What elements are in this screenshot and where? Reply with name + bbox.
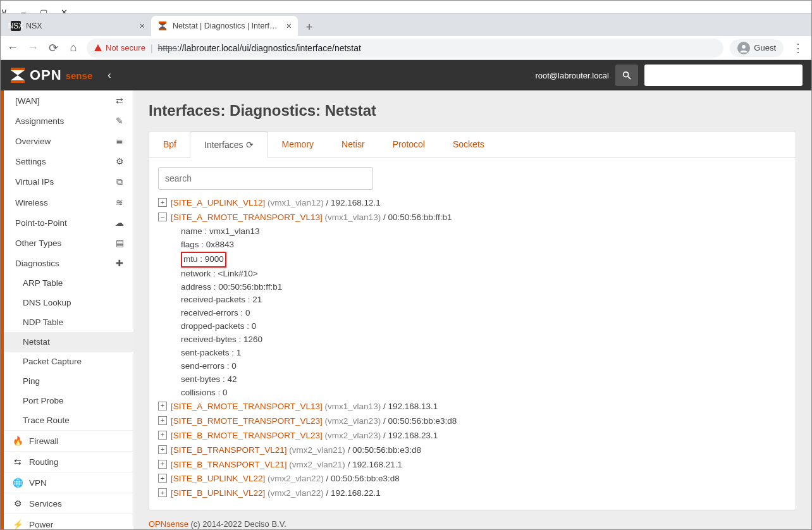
sidebar-subitem[interactable]: DNS Lookup	[4, 293, 133, 312]
sidebar-subitem[interactable]: Ping	[4, 371, 133, 391]
sidebar-collapse-button[interactable]: ‹	[108, 70, 111, 81]
interface-tree: +[SITE_A_UPLINK_VL12] (vmx1_vlan12) / 19…	[158, 196, 787, 501]
sidebar-item[interactable]: Settings⚙	[4, 151, 133, 171]
footer: OPNsense (c) 2014-2022 Deciso B.V.	[149, 510, 796, 529]
tree-kv: network : <Link#10>	[181, 268, 787, 281]
sidebar-item[interactable]: Overview≣	[4, 131, 133, 151]
close-icon[interactable]: ×	[140, 21, 145, 31]
url-bar[interactable]: Not secure | https://labrouter.local/ui/…	[87, 39, 723, 58]
opnsense-logo[interactable]: OPNsense	[9, 67, 92, 83]
reload-button[interactable]: ⟳	[46, 41, 60, 55]
panel-tab[interactable]: Netisr	[328, 132, 379, 157]
panel-tab[interactable]: Interfaces⟳	[190, 132, 268, 158]
tree-toggle-icon[interactable]: +	[158, 402, 167, 410]
tree-node[interactable]: +[SITE_A_RMOTE_TRANSPORT_VL13] (vmx1_vla…	[158, 400, 787, 414]
svg-point-2	[742, 45, 746, 49]
tree-node[interactable]: +[SITE_B_TRANSPORT_VL21] (vmx2_vlan21) /…	[158, 458, 787, 472]
nav-icon: ✎	[114, 116, 125, 126]
tree-toggle-icon[interactable]: +	[158, 431, 167, 440]
sidebar-section[interactable]: ⚡Power	[4, 514, 133, 529]
sidebar-section[interactable]: ⚙Services	[4, 493, 133, 514]
panel-tab[interactable]: Sockets	[439, 132, 498, 157]
tree-toggle-icon[interactable]: +	[158, 445, 167, 454]
tree-node[interactable]: +[SITE_A_UPLINK_VL12] (vmx1_vlan12) / 19…	[158, 196, 787, 211]
sidebar-section[interactable]: 🌐VPN	[4, 472, 133, 493]
browser-tab-nsx[interactable]: NSX NSX ×	[4, 16, 151, 36]
tree-toggle-icon[interactable]: +	[158, 416, 167, 425]
tree-node[interactable]: +[SITE_B_RMOTE_TRANSPORT_VL23] (vmx2_vla…	[158, 429, 787, 443]
tree-toggle-icon[interactable]: +	[158, 488, 167, 497]
tab-title: NSX	[26, 22, 135, 30]
favicon-nsx: NSX	[11, 21, 21, 31]
tree-node[interactable]: +[SITE_B_UPLINK_VL22] (vmx2_vlan22) / 19…	[158, 486, 787, 501]
nav-icon: ✚	[114, 258, 125, 268]
user-label[interactable]: root@labrouter.local	[535, 71, 609, 80]
sidebar-item[interactable]: Diagnostics✚	[4, 253, 133, 273]
forward-button: →	[26, 41, 40, 54]
panel-tab[interactable]: Bpf	[149, 132, 190, 157]
page-title: Interfaces: Diagnostics: Netstat	[149, 102, 796, 120]
tree-kv: address : 00:50:56:bb:ff:b1	[181, 281, 787, 294]
sidebar-subitem[interactable]: Netstat	[4, 332, 133, 352]
footer-brand-link[interactable]: OPNsense	[149, 519, 188, 529]
sidebar-item[interactable]: [WAN]⇄	[4, 90, 133, 111]
browser-tab-strip: NSX NSX × Netstat | Diagnostics | Interf…	[1, 13, 811, 36]
home-button[interactable]: ⌂	[66, 41, 80, 54]
avatar-icon	[737, 42, 750, 54]
tree-kv: sent-bytes : 42	[181, 373, 787, 386]
browser-tab-netstat[interactable]: Netstat | Diagnostics | Interfaces ×	[151, 16, 298, 36]
tree-node[interactable]: +[SITE_B_UPLINK_VL22] (vmx2_vlan22) / 00…	[158, 472, 787, 486]
nav-icon: ⇄	[114, 96, 125, 106]
not-secure-warning[interactable]: Not secure	[94, 43, 145, 52]
svg-rect-3	[11, 68, 25, 70]
sidebar-section[interactable]: 🔥Firewall	[4, 430, 133, 451]
sidebar-subitem[interactable]: Trace Route	[4, 410, 133, 430]
sidebar-subitem[interactable]: ARP Table	[4, 273, 133, 293]
sidebar-item[interactable]: Assignments✎	[4, 111, 133, 131]
close-icon[interactable]: ×	[286, 21, 292, 31]
tree-kv: collisions : 0	[181, 386, 787, 400]
tree-kv: dropped-packets : 0	[181, 320, 787, 333]
sidebar-subitem[interactable]: NDP Table	[4, 312, 133, 332]
nav-icon: ⧉	[114, 176, 125, 187]
sidebar-item[interactable]: Wireless≋	[4, 192, 133, 213]
main-content: Interfaces: Diagnostics: Netstat BpfInte…	[133, 90, 811, 529]
tree-toggle-icon[interactable]: –	[158, 213, 167, 221]
tree-kv: received-bytes : 1260	[181, 333, 787, 347]
tree-toggle-icon[interactable]: +	[158, 474, 167, 483]
sidebar-section[interactable]: ⇆Routing	[4, 451, 133, 472]
url-text: https://labrouter.local/ui/diagnostics/i…	[158, 43, 361, 53]
nav-icon: ▤	[114, 238, 125, 248]
refresh-icon[interactable]: ⟳	[246, 140, 254, 150]
highlighted-value: mtu : 9000	[181, 252, 226, 268]
favicon-opnsense	[157, 21, 168, 31]
sidebar-item[interactable]: Other Types▤	[4, 233, 133, 253]
tree-search-input[interactable]	[158, 167, 373, 190]
browser-menu-button[interactable]: ⋮	[790, 41, 806, 55]
tree-node[interactable]: +[SITE_B_RMOTE_TRANSPORT_VL23] (vmx2_vla…	[158, 414, 787, 429]
sidebar-subitem[interactable]: Packet Capture	[4, 352, 133, 371]
tree-toggle-icon[interactable]: +	[158, 460, 167, 469]
tree-node[interactable]: +[SITE_B_TRANSPORT_VL21] (vmx2_vlan21) /…	[158, 443, 787, 458]
sidebar-item[interactable]: Virtual IPs⧉	[4, 171, 133, 192]
tab-title: Netstat | Diagnostics | Interfaces	[173, 22, 281, 30]
search-button[interactable]	[615, 65, 638, 86]
guest-profile-button[interactable]: Guest	[730, 39, 784, 57]
sidebar-subitem[interactable]: Port Probe	[4, 391, 133, 410]
tree-toggle-icon[interactable]: +	[158, 198, 167, 207]
back-button[interactable]: ←	[6, 41, 20, 54]
svg-rect-0	[159, 22, 166, 23]
sidebar-item[interactable]: Point-to-Point☁	[4, 213, 133, 233]
search-input[interactable]	[644, 65, 803, 86]
panel-tab[interactable]: Memory	[268, 132, 328, 157]
panel-tab[interactable]: Protocol	[379, 132, 439, 157]
tree-kv: flags : 0x8843	[181, 238, 787, 252]
sidebar: [WAN]⇄Assignments✎Overview≣Settings⚙Virt…	[1, 90, 133, 529]
section-icon: 🌐	[13, 478, 23, 488]
svg-point-5	[624, 72, 629, 77]
tree-node[interactable]: –[SITE_A_RMOTE_TRANSPORT_VL13] (vmx1_vla…	[158, 211, 787, 225]
svg-line-6	[628, 77, 631, 79]
section-icon: ⚙	[13, 498, 23, 508]
nav-icon: ≋	[114, 197, 125, 207]
new-tab-button[interactable]: +	[300, 18, 318, 36]
